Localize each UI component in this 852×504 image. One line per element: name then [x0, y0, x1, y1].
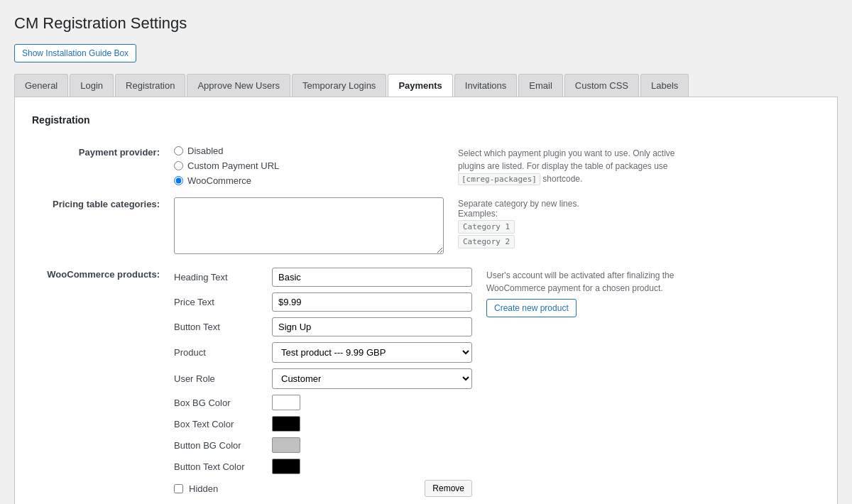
settings-form: Payment provider: Disabled Custom Paymen… — [32, 140, 820, 504]
radio-custom-url[interactable]: Custom Payment URL — [174, 160, 444, 171]
woo-products-row: WooCommerce products: Heading Text Price… — [32, 262, 820, 504]
hidden-row: Hidden Remove — [174, 480, 472, 497]
tabs-bar: GeneralLoginRegistrationApprove New User… — [14, 74, 838, 97]
tab-general[interactable]: General — [14, 74, 68, 97]
page-title: CM Registration Settings — [14, 14, 838, 33]
show-guide-button[interactable]: Show Installation Guide Box — [14, 44, 136, 62]
payment-help-suffix: shortcode. — [542, 174, 582, 184]
product-form: Heading Text Price Text Button Text — [174, 268, 472, 504]
payment-shortcode: [cmreg-packages] — [458, 173, 540, 185]
payment-provider-row: Payment provider: Disabled Custom Paymen… — [32, 140, 820, 192]
user-role-select[interactable]: Customer — [272, 368, 472, 389]
pricing-textarea[interactable] — [174, 197, 444, 254]
section-title: Registration — [32, 114, 820, 126]
radio-woocommerce-label: WooCommerce — [187, 175, 251, 186]
box-text-color-row: Box Text Color — [174, 416, 472, 432]
radio-disabled-label: Disabled — [187, 146, 224, 156]
woo-help-text: User's account will be activated after f… — [486, 269, 699, 295]
heading-text-input[interactable] — [272, 268, 472, 287]
tab-approve-new-users[interactable]: Approve New Users — [187, 74, 290, 97]
product-label: Product — [174, 347, 266, 358]
remove-button[interactable]: Remove — [425, 480, 472, 497]
tab-invitations[interactable]: Invitations — [454, 74, 518, 97]
box-bg-color-label: Box BG Color — [174, 398, 266, 408]
box-text-color-label: Box Text Color — [174, 419, 266, 429]
pricing-help: Separate category by new lines. Examples… — [458, 199, 685, 248]
payment-help: Select which payment plugin you want to … — [458, 147, 685, 186]
create-product-button[interactable]: Create new product — [486, 299, 577, 317]
payment-help-text: Select which payment plugin you want to … — [458, 148, 675, 171]
box-text-color-swatch[interactable] — [272, 416, 300, 432]
button-text-color-swatch[interactable] — [272, 459, 300, 474]
pricing-help-main: Separate category by new lines. — [458, 199, 579, 209]
price-text-label: Price Text — [174, 297, 266, 307]
tab-payments[interactable]: Payments — [388, 74, 452, 97]
product-row: Product Test product --- 9.99 GBP — [174, 342, 472, 363]
user-role-label: User Role — [174, 373, 266, 384]
tab-registration[interactable]: Registration — [115, 74, 185, 97]
woo-products-label: WooCommerce products: — [32, 262, 174, 504]
payment-radio-group: Disabled Custom Payment URL WooCommerce — [174, 146, 444, 186]
content-panel: Registration Payment provider: Disabled — [14, 97, 838, 504]
tab-temporary-logins[interactable]: Temporary Logins — [292, 74, 386, 97]
woo-help: User's account will be activated after f… — [486, 268, 699, 317]
woo-products-field: Heading Text Price Text Button Text — [174, 262, 820, 504]
pricing-help-examples: Examples: — [458, 209, 498, 219]
button-bg-color-label: Button BG Color — [174, 440, 266, 451]
radio-woocommerce[interactable]: WooCommerce — [174, 175, 444, 186]
pricing-example2: Category 2 — [458, 235, 515, 248]
heading-text-label: Heading Text — [174, 272, 266, 283]
user-role-row: User Role Customer — [174, 368, 472, 389]
pricing-field: Separate category by new lines. Examples… — [174, 192, 820, 262]
button-text-color-label: Button Text Color — [174, 461, 266, 472]
payment-provider-field: Disabled Custom Payment URL WooCommerce — [174, 140, 820, 192]
product-select[interactable]: Test product --- 9.99 GBP — [272, 342, 472, 363]
radio-custom-url-input[interactable] — [174, 161, 183, 170]
hidden-checkbox[interactable] — [174, 484, 183, 493]
hidden-label: Hidden — [189, 483, 218, 494]
radio-disabled-input[interactable] — [174, 146, 183, 155]
tab-labels[interactable]: Labels — [640, 74, 689, 97]
button-text-color-row: Button Text Color — [174, 459, 472, 474]
button-text-input[interactable] — [272, 317, 472, 336]
button-text-row: Button Text — [174, 317, 472, 336]
pricing-label: Pricing table categories: — [32, 192, 174, 262]
radio-custom-url-label: Custom Payment URL — [187, 160, 279, 171]
button-bg-color-swatch[interactable] — [272, 437, 300, 453]
button-bg-color-row: Button BG Color — [174, 437, 472, 453]
button-text-label: Button Text — [174, 322, 266, 332]
tab-login[interactable]: Login — [70, 74, 114, 97]
pricing-example1: Category 1 — [458, 220, 515, 234]
radio-disabled[interactable]: Disabled — [174, 146, 444, 156]
price-text-row: Price Text — [174, 292, 472, 312]
pricing-table-row: Pricing table categories: Separate categ… — [32, 192, 820, 262]
price-text-input[interactable] — [272, 292, 472, 312]
tab-custom-css[interactable]: Custom CSS — [564, 74, 639, 97]
heading-text-row: Heading Text — [174, 268, 472, 287]
box-bg-color-row: Box BG Color — [174, 395, 472, 410]
tab-email[interactable]: Email — [518, 74, 563, 97]
payment-provider-label: Payment provider: — [32, 140, 174, 192]
box-bg-color-swatch[interactable] — [272, 395, 300, 410]
radio-woocommerce-input[interactable] — [174, 176, 183, 185]
